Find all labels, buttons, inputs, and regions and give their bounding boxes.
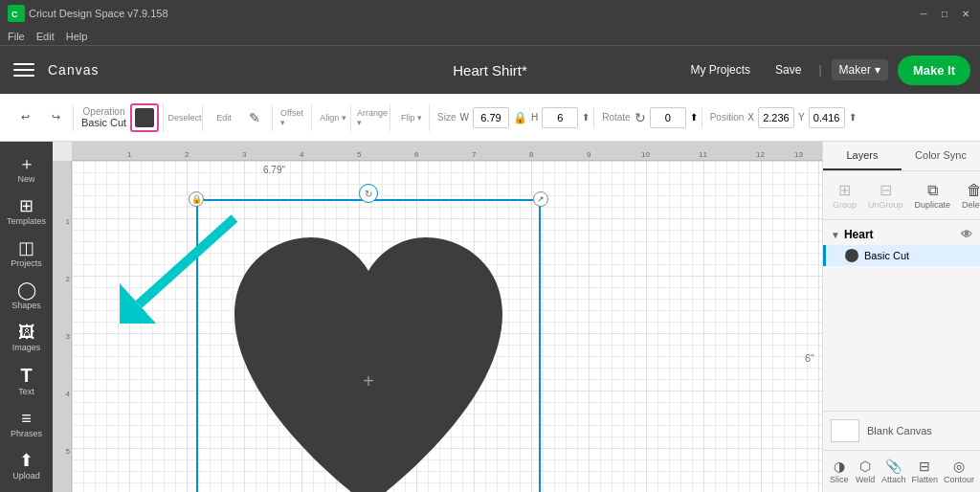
ruler-2: 2 [185, 151, 189, 160]
lock-tl-icon: 🔒 [189, 192, 203, 206]
ruler-left: 1 2 3 4 5 6 [53, 161, 72, 492]
ruler-1: 1 [127, 151, 131, 160]
minimize-button[interactable]: ─ [917, 7, 930, 20]
layer-item-basic-cut[interactable]: Basic Cut [823, 245, 980, 266]
undo-button[interactable]: ↩ [11, 104, 38, 131]
rotate-input[interactable] [650, 107, 686, 128]
project-title: Heart Shirt* [453, 62, 527, 78]
duplicate-button[interactable]: ⧉ Duplicate [911, 178, 955, 213]
attach-icon: 📎 [885, 458, 902, 474]
offset-button[interactable]: Offset ▾ [280, 104, 307, 131]
ungroup-button[interactable]: ⊟ UnGroup [864, 177, 907, 213]
operation-label: Operation [83, 107, 125, 117]
edit-group: Edit ✎ [207, 104, 273, 131]
pos-y-label: Y [798, 112, 805, 123]
arrange-group: Arrange ▾ [355, 104, 390, 131]
contour-button[interactable]: ◎ Contour [942, 455, 976, 488]
deselect-button[interactable]: Deselect [171, 104, 198, 131]
corner-handle-tr[interactable]: ↗ [533, 191, 548, 207]
lock-aspect-icon[interactable]: 🔒 [513, 111, 527, 124]
sidebar-item-text[interactable]: T Text [3, 360, 51, 402]
weld-button[interactable]: ⬡ Weld [853, 455, 877, 488]
layer-group-header[interactable]: ▼ Heart 👁 [823, 224, 980, 245]
canvas-grid: 6.79" ↻ + 🔒 ↗ � [72, 161, 822, 492]
canvas-label: Canvas [48, 62, 99, 78]
sidebar-shapes-label: Shapes [11, 301, 41, 310]
edit-pencil-icon[interactable]: ✎ [241, 104, 268, 131]
offset-group: Offset ▾ [277, 104, 312, 131]
ruler-3: 3 [242, 151, 246, 160]
pos-unit-icon: ⬆ [849, 112, 857, 123]
operation-value: Basic Cut [81, 117, 126, 128]
sidebar-projects-label: Projects [11, 258, 42, 268]
blank-canvas-swatch[interactable] [831, 419, 859, 442]
heart-svg [206, 209, 531, 492]
close-button[interactable]: ✕ [959, 7, 972, 20]
sidebar-item-projects[interactable]: ◫ Projects [3, 234, 51, 274]
size-unit-icon: ⬆ [582, 112, 590, 123]
my-projects-button[interactable]: My Projects [682, 59, 758, 80]
sidebar-item-upload[interactable]: ⬆ Upload [3, 446, 51, 486]
sidebar-item-new[interactable]: ＋ New [3, 149, 51, 190]
upload-icon: ⬆ [19, 452, 33, 469]
ruler-13: 13 [794, 151, 803, 160]
arrange-button[interactable]: Arrange ▾ [359, 104, 386, 131]
menu-bar: File Edit Help [0, 27, 980, 46]
sidebar-item-shapes[interactable]: ◯ Shapes [3, 276, 51, 316]
sidebar-item-images[interactable]: 🖼 Images [3, 318, 51, 358]
make-it-button[interactable]: Make It [898, 56, 970, 85]
position-label: Position [710, 113, 745, 123]
left-sidebar: ＋ New ⊞ Templates ◫ Projects ◯ Shapes 🖼 … [0, 142, 53, 492]
ruler-10: 10 [641, 151, 650, 160]
operation-button[interactable] [130, 103, 159, 132]
ruler-top: 1 2 3 4 5 6 7 8 9 10 11 12 13 [72, 142, 822, 161]
size-h-input[interactable] [542, 107, 578, 128]
save-button[interactable]: Save [768, 59, 809, 80]
delete-button[interactable]: 🗑 Delete [958, 178, 980, 213]
visibility-icon[interactable]: 👁 [961, 228, 972, 241]
attach-button[interactable]: 📎 Attach [880, 455, 908, 488]
sidebar-item-phrases[interactable]: ≡ Phrases [3, 404, 51, 444]
maximize-button[interactable]: □ [938, 7, 951, 20]
ruler-left-5: 5 [66, 448, 70, 456]
rotate-handle[interactable]: ↻ [359, 184, 378, 203]
sidebar-item-templates[interactable]: ⊞ Templates [3, 191, 51, 232]
flip-button[interactable]: Flip ▾ [398, 104, 425, 131]
deselect-group: Deselect [167, 104, 203, 131]
canvas-area[interactable]: 1 2 3 4 5 6 7 8 9 10 11 12 13 1 2 3 4 [53, 142, 822, 492]
tab-color-sync[interactable]: Color Sync [902, 142, 980, 170]
slice-button[interactable]: ◑ Slice [827, 455, 851, 488]
weld-icon: ⬡ [859, 458, 871, 474]
sidebar-item-monogram[interactable]: ⬡ Monogram [3, 488, 51, 492]
text-icon: T [20, 366, 32, 385]
corner-handle-tl[interactable]: 🔒 [189, 191, 204, 207]
rotate-label: Rotate [602, 113, 630, 123]
tab-layers[interactable]: Layers [823, 142, 902, 170]
group-button[interactable]: ⊞ Group [829, 177, 860, 213]
layer-color-swatch [845, 249, 858, 262]
pos-y-input[interactable] [809, 107, 845, 128]
heart-shape-container[interactable]: ↻ + 🔒 ↗ 🔒 ↘ [196, 199, 541, 492]
menu-help[interactable]: Help [66, 31, 88, 42]
size-w-input[interactable] [473, 107, 509, 128]
menu-edit[interactable]: Edit [36, 31, 55, 42]
flatten-button[interactable]: ⊟ Flatten [909, 455, 940, 488]
layer-group-name: Heart [844, 228, 957, 241]
rotate-stepper-icon[interactable]: ⬆ [690, 112, 698, 123]
size-label-right: 6" [805, 352, 814, 364]
maker-selector[interactable]: Maker ▾ [832, 59, 888, 80]
right-panel: Layers Color Sync ⊞ Group ⊟ UnGroup ⧉ Du… [822, 142, 980, 492]
align-button[interactable]: Align ▾ [320, 104, 346, 131]
menu-file[interactable]: File [8, 31, 25, 42]
hamburger-menu[interactable] [10, 56, 38, 84]
ruler-9: 9 [587, 151, 590, 160]
pos-x-input[interactable] [758, 107, 794, 128]
redo-button[interactable]: ↪ [42, 104, 69, 131]
phrases-icon: ≡ [21, 410, 32, 427]
window-controls: ─ □ ✕ [917, 7, 972, 20]
edit-button[interactable]: Edit [211, 104, 237, 131]
bottom-actions: ◑ Slice ⬡ Weld 📎 Attach ⊟ Flatten ◎ Cont… [823, 450, 980, 492]
size-w-icon: W [460, 112, 469, 123]
panel-actions: ⊞ Group ⊟ UnGroup ⧉ Duplicate 🗑 Delete [823, 171, 980, 220]
size-label-top: 6.79" [263, 165, 285, 175]
